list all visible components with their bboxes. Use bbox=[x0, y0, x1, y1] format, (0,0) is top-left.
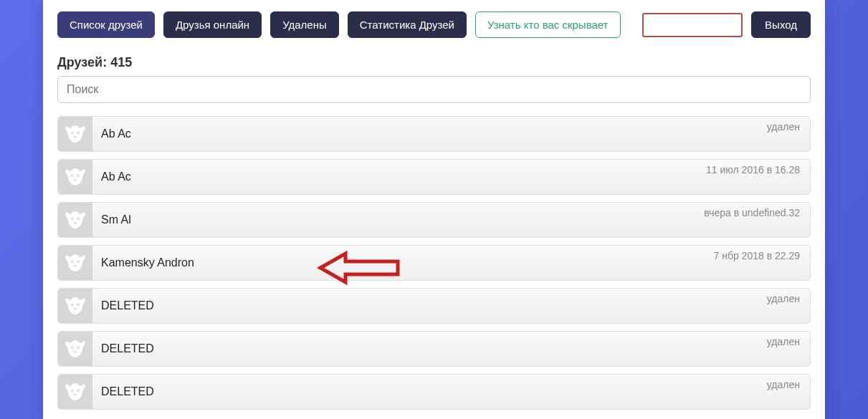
friend-list: Ab Ac удален Ab Ac 11 июл 2016 в 16.28 bbox=[57, 116, 811, 410]
search-input[interactable] bbox=[57, 76, 811, 103]
friend-status: 7 нбр 2018 в 22.29 bbox=[714, 250, 801, 261]
friend-row[interactable]: Sm Al вчера в undefined.32 bbox=[57, 202, 811, 238]
friend-status: вчера в undefined.32 bbox=[704, 207, 800, 218]
avatar bbox=[58, 332, 92, 366]
svg-point-34 bbox=[74, 394, 76, 396]
avatar bbox=[58, 246, 92, 280]
friend-name: Sm Al bbox=[101, 213, 704, 226]
dog-avatar-icon bbox=[63, 294, 87, 318]
dog-avatar-icon bbox=[63, 251, 87, 275]
friend-name: Kamensky Andron bbox=[101, 256, 714, 269]
avatar bbox=[58, 375, 92, 409]
avatar bbox=[58, 289, 92, 323]
dog-avatar-icon bbox=[63, 122, 87, 146]
avatar bbox=[58, 160, 92, 194]
friend-status: удален bbox=[767, 121, 800, 133]
friend-name: Ab Ac bbox=[101, 127, 767, 140]
dog-avatar-icon bbox=[63, 380, 87, 404]
dog-avatar-icon bbox=[63, 208, 87, 232]
friend-row[interactable]: DELETED удален bbox=[57, 374, 811, 410]
friend-status: 11 июл 2016 в 16.28 bbox=[706, 164, 800, 175]
friend-name: DELETED bbox=[101, 342, 767, 355]
friend-row[interactable]: DELETED удален bbox=[57, 331, 811, 367]
app-container: Список друзей Друзья онлайн Удалены Стат… bbox=[43, 0, 825, 419]
friend-name: Ab Ac bbox=[101, 170, 706, 183]
friend-status: удален bbox=[767, 293, 800, 304]
svg-point-14 bbox=[74, 222, 76, 224]
friend-row[interactable]: DELETED удален bbox=[57, 288, 811, 324]
nav-who-hides[interactable]: Узнать кто вас скрывает bbox=[475, 11, 621, 38]
friend-name: DELETED bbox=[101, 385, 767, 398]
avatar bbox=[58, 117, 92, 151]
svg-point-19 bbox=[74, 265, 76, 267]
exit-button[interactable]: Выход bbox=[751, 11, 811, 38]
friend-row[interactable]: Kamensky Andron 7 нбр 2018 в 22.29 bbox=[57, 245, 811, 281]
svg-point-29 bbox=[74, 351, 76, 353]
svg-point-4 bbox=[74, 136, 76, 138]
avatar bbox=[58, 203, 92, 237]
dog-avatar-icon bbox=[63, 165, 87, 189]
token-input[interactable] bbox=[642, 13, 743, 37]
top-nav: Список друзей Друзья онлайн Удалены Стат… bbox=[57, 11, 811, 38]
friend-row[interactable]: Ab Ac удален bbox=[57, 116, 811, 152]
svg-point-24 bbox=[74, 308, 76, 310]
friend-status: удален bbox=[767, 379, 800, 390]
friend-row[interactable]: Ab Ac 11 июл 2016 в 16.28 bbox=[57, 159, 811, 195]
nav-friends-stats[interactable]: Статистика Друзей bbox=[348, 11, 467, 38]
friends-count: Друзей: 415 bbox=[57, 55, 811, 70]
friend-name: DELETED bbox=[101, 299, 767, 312]
svg-point-9 bbox=[74, 179, 76, 181]
nav-friends-list[interactable]: Список друзей bbox=[57, 11, 155, 38]
nav-deleted[interactable]: Удалены bbox=[270, 11, 339, 38]
friend-status: удален bbox=[767, 336, 800, 347]
nav-friends-online[interactable]: Друзья онлайн bbox=[163, 11, 262, 38]
dog-avatar-icon bbox=[63, 337, 87, 361]
